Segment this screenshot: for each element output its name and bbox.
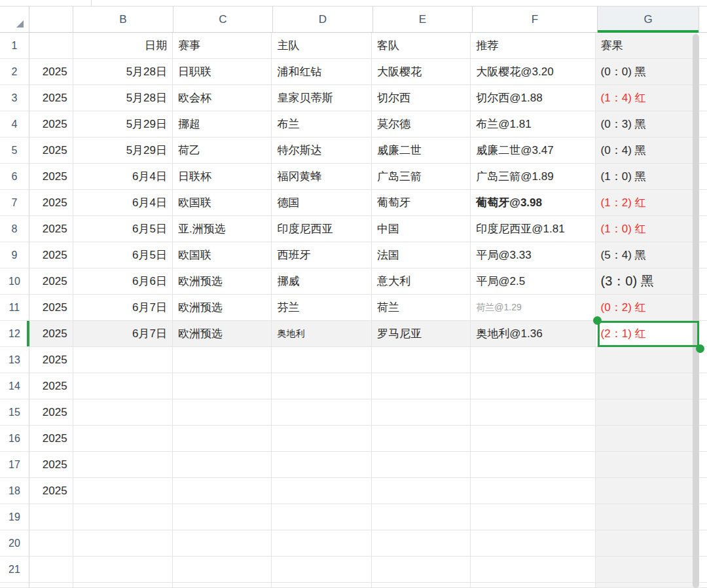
cell-D13[interactable] bbox=[272, 347, 371, 373]
cell-B8[interactable]: 6月5日 bbox=[73, 216, 173, 242]
cell-A4[interactable]: 2025 bbox=[29, 111, 73, 138]
cell-C16[interactable] bbox=[173, 426, 272, 452]
cell-E21[interactable] bbox=[372, 557, 471, 583]
cell-A11[interactable]: 2025 bbox=[29, 295, 73, 321]
row-header-6[interactable]: 6 bbox=[0, 164, 29, 190]
cell-F19[interactable] bbox=[471, 504, 595, 530]
cell-D11[interactable]: 芬兰 bbox=[272, 295, 371, 321]
cell-B3[interactable]: 5月28日 bbox=[73, 85, 173, 111]
cell-D15[interactable] bbox=[272, 399, 371, 426]
cell-F6[interactable]: 广岛三箭@1.89 bbox=[471, 164, 595, 190]
cell-B16[interactable] bbox=[73, 426, 173, 452]
cell-F3[interactable]: 切尔西@1.88 bbox=[471, 85, 595, 111]
cell-F10[interactable]: 平局@2.5 bbox=[471, 268, 595, 295]
vertical-scrollbar-thumb[interactable] bbox=[693, 34, 699, 588]
cell-E10[interactable]: 意大利 bbox=[372, 268, 471, 295]
cell-A19[interactable] bbox=[29, 504, 73, 530]
cell-A6[interactable]: 2025 bbox=[29, 164, 73, 190]
cell-F14[interactable] bbox=[471, 373, 595, 399]
cell-F8[interactable]: 印度尼西亚@1.81 bbox=[471, 216, 595, 242]
cell-D16[interactable] bbox=[272, 426, 371, 452]
cell-F13[interactable] bbox=[471, 347, 595, 373]
selection-handle-top-left[interactable] bbox=[593, 316, 602, 325]
cell-C14[interactable] bbox=[173, 373, 272, 399]
cell-D10[interactable]: 挪威 bbox=[272, 268, 371, 295]
cell-G9[interactable]: (5：4) 黑 bbox=[596, 242, 697, 268]
column-header-H[interactable] bbox=[699, 7, 707, 33]
cell-E5[interactable]: 威廉二世 bbox=[372, 138, 471, 164]
row-header-7[interactable]: 7 bbox=[0, 190, 29, 216]
cell-B20[interactable] bbox=[73, 530, 173, 557]
cell-B17[interactable] bbox=[73, 452, 173, 478]
row-header-10[interactable]: 10 bbox=[0, 268, 29, 295]
cell-A14[interactable]: 2025 bbox=[29, 373, 73, 399]
cell-F16[interactable] bbox=[471, 426, 595, 452]
cell-E13[interactable] bbox=[372, 347, 471, 373]
cell-G13[interactable] bbox=[596, 347, 697, 373]
cell-D21[interactable] bbox=[272, 557, 371, 583]
cell-A21[interactable] bbox=[29, 557, 73, 583]
cell-C6[interactable]: 日联杯 bbox=[173, 164, 272, 190]
cell-G11[interactable]: (0：2) 红 bbox=[596, 295, 697, 321]
cell-E7[interactable]: 葡萄牙 bbox=[372, 190, 471, 216]
cell-D12[interactable]: 奥地利 bbox=[272, 321, 371, 347]
row-header-8[interactable]: 8 bbox=[0, 216, 29, 242]
cell-G21[interactable] bbox=[596, 557, 697, 583]
cell-D9[interactable]: 西班牙 bbox=[272, 242, 371, 268]
cell-A18[interactable]: 2025 bbox=[29, 478, 73, 504]
selection-handle-bottom-right[interactable] bbox=[696, 344, 704, 353]
column-header-F[interactable]: F bbox=[473, 7, 598, 33]
row-header-3[interactable]: 3 bbox=[0, 85, 29, 111]
cell-C11[interactable]: 欧洲预选 bbox=[173, 295, 272, 321]
cell-E4[interactable]: 莫尔德 bbox=[372, 111, 471, 138]
cell-D18[interactable] bbox=[272, 478, 371, 504]
cell-B7[interactable]: 6月4日 bbox=[73, 190, 173, 216]
cell-A2[interactable]: 2025 bbox=[29, 59, 73, 85]
cell-B13[interactable] bbox=[73, 347, 173, 373]
cell-A1[interactable] bbox=[29, 33, 73, 59]
cell-C19[interactable] bbox=[173, 504, 272, 530]
cell-B19[interactable] bbox=[73, 504, 173, 530]
cell-E16[interactable] bbox=[372, 426, 471, 452]
cell-E15[interactable] bbox=[372, 399, 471, 426]
cell-F4[interactable]: 布兰@1.81 bbox=[471, 111, 595, 138]
cell-B5[interactable]: 5月29日 bbox=[73, 138, 173, 164]
cell-G3[interactable]: (1：4) 红 bbox=[596, 85, 697, 111]
cell-B21[interactable] bbox=[73, 557, 173, 583]
cell-A8[interactable]: 2025 bbox=[29, 216, 73, 242]
cell-A10[interactable]: 2025 bbox=[29, 268, 73, 295]
row-header-13[interactable]: 13 bbox=[0, 347, 29, 373]
cell-G7[interactable]: (1：2) 红 bbox=[596, 190, 697, 216]
cell-E6[interactable]: 广岛三箭 bbox=[372, 164, 471, 190]
cell-B9[interactable]: 6月5日 bbox=[73, 242, 173, 268]
column-header-G[interactable]: G bbox=[598, 7, 699, 33]
cell-D5[interactable]: 特尔斯达 bbox=[272, 138, 371, 164]
cell-E2[interactable]: 大阪樱花 bbox=[372, 59, 471, 85]
cell-C3[interactable]: 欧会杯 bbox=[173, 85, 272, 111]
cell-E19[interactable] bbox=[372, 504, 471, 530]
row-header-12[interactable]: 12 bbox=[0, 321, 29, 347]
cell-C2[interactable]: 日职联 bbox=[173, 59, 272, 85]
selected-cell-G12[interactable]: (2：1) 红 bbox=[596, 321, 697, 347]
select-all-corner[interactable] bbox=[0, 7, 29, 33]
cell-D20[interactable] bbox=[272, 530, 371, 557]
cell-D4[interactable]: 布兰 bbox=[272, 111, 371, 138]
cell-A3[interactable]: 2025 bbox=[29, 85, 73, 111]
cell-B15[interactable] bbox=[73, 399, 173, 426]
cell-G17[interactable] bbox=[596, 452, 697, 478]
cell-B2[interactable]: 5月28日 bbox=[73, 59, 173, 85]
cell-D19[interactable] bbox=[272, 504, 371, 530]
row-header-14[interactable]: 14 bbox=[0, 373, 29, 399]
cell-G19[interactable] bbox=[596, 504, 697, 530]
cell-F5[interactable]: 威廉二世@3.47 bbox=[471, 138, 595, 164]
cell-E9[interactable]: 法国 bbox=[372, 242, 471, 268]
cell-B11[interactable]: 6月7日 bbox=[73, 295, 173, 321]
cell-C20[interactable] bbox=[173, 530, 272, 557]
cell-G5[interactable]: (0：4) 黑 bbox=[596, 138, 697, 164]
cell-G4[interactable]: (0：3) 黑 bbox=[596, 111, 697, 138]
cell-A20[interactable] bbox=[29, 530, 73, 557]
cell-A16[interactable]: 2025 bbox=[29, 426, 73, 452]
cell-B1[interactable]: 日期 bbox=[73, 33, 173, 59]
cell-G6[interactable]: (1：0) 黑 bbox=[596, 164, 697, 190]
cell-G8[interactable]: (1：0) 红 bbox=[596, 216, 697, 242]
